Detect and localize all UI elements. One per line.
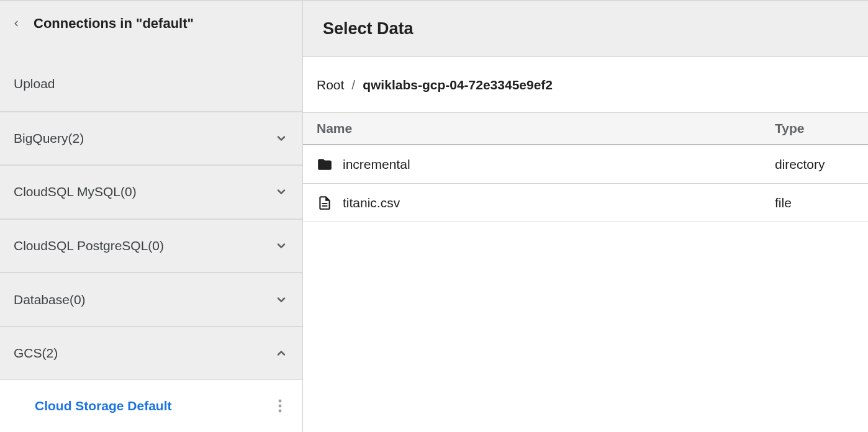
back-button[interactable] (7, 15, 25, 32)
table-row[interactable]: titanic.csv file (303, 184, 868, 222)
sidebar-subitem-label: Cloud Storage Default (35, 398, 172, 413)
main-panel: Select Data Root / qwiklabs-gcp-04-72e33… (303, 0, 868, 432)
breadcrumb-separator: / (351, 78, 355, 92)
column-header-name[interactable]: Name (303, 121, 775, 136)
row-name: titanic.csv (343, 196, 400, 210)
svg-point-1 (279, 405, 282, 408)
sidebar-item-cloudsql-mysql[interactable]: CloudSQL MySQL(0) (0, 164, 302, 218)
breadcrumb-current: qwiklabs-gcp-04-72e3345e9ef2 (363, 78, 553, 92)
sidebar-item-database[interactable]: Database(0) (0, 272, 302, 326)
main-header: Select Data (303, 0, 868, 57)
sidebar-item-cloudsql-postgresql[interactable]: CloudSQL PostgreSQL(0) (0, 218, 302, 272)
breadcrumb-root[interactable]: Root (317, 78, 344, 92)
row-type: directory (775, 157, 868, 172)
chevron-down-icon (275, 240, 287, 252)
chevron-left-icon (12, 17, 20, 30)
folder-icon (317, 156, 333, 173)
sidebar-item-label: CloudSQL PostgreSQL(0) (14, 238, 164, 253)
sidebar-item-gcs[interactable]: GCS(2) (0, 326, 302, 380)
row-type: file (775, 196, 868, 210)
chevron-up-icon (275, 347, 287, 359)
sidebar-item-label: CloudSQL MySQL(0) (14, 184, 137, 199)
sidebar-item-upload[interactable]: Upload (0, 57, 302, 111)
chevron-down-icon (275, 294, 287, 306)
sidebar-header: Connections in "default" (0, 1, 302, 46)
sidebar-item-label: Upload (14, 76, 55, 91)
sidebar-subitem-cloud-storage-default[interactable]: Cloud Storage Default (0, 379, 302, 432)
page-title: Select Data (323, 19, 414, 38)
svg-rect-3 (322, 203, 328, 204)
column-header-type[interactable]: Type (775, 121, 868, 136)
more-button[interactable] (270, 396, 290, 416)
sidebar-item-label: Database(0) (14, 292, 86, 307)
sidebar-item-label: BigQuery(2) (14, 131, 84, 146)
sidebar-item-label: GCS(2) (14, 346, 58, 361)
breadcrumb: Root / qwiklabs-gcp-04-72e3345e9ef2 (303, 57, 868, 113)
svg-point-2 (279, 410, 282, 413)
svg-rect-4 (322, 205, 328, 206)
more-vertical-icon (278, 399, 282, 413)
row-name: incremental (343, 157, 410, 172)
chevron-down-icon (275, 186, 287, 198)
file-icon (317, 195, 333, 211)
sidebar-item-bigquery[interactable]: BigQuery(2) (0, 111, 302, 165)
svg-point-0 (279, 400, 282, 403)
table-header: Name Type (303, 113, 868, 145)
chevron-down-icon (275, 132, 287, 145)
sidebar-title: Connections in "default" (34, 16, 194, 32)
table-row[interactable]: incremental directory (303, 145, 868, 184)
sidebar: Connections in "default" Upload BigQuery… (0, 0, 303, 432)
